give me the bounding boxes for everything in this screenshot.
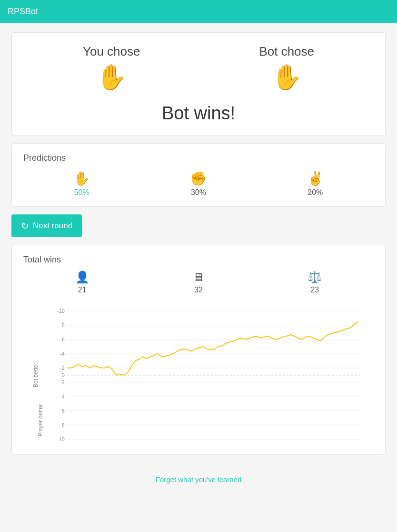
predictions-title: Predictions	[23, 153, 374, 163]
svg-text:10: 10	[59, 436, 65, 442]
win-item-2: ⚖️ 23	[308, 271, 322, 294]
svg-text:-8: -8	[60, 322, 65, 328]
svg-text:6: 6	[62, 408, 65, 414]
computer-icon: 🖥	[193, 271, 204, 284]
result-card: You chose ✋ Bot chose ✋ Bot wins!	[11, 32, 386, 135]
player-choice: You chose ✋	[83, 44, 140, 92]
forget-link[interactable]: Forget what you've learned	[156, 475, 241, 484]
player-icon: 👤	[75, 271, 89, 284]
result-text: Bot wins!	[162, 103, 235, 124]
win-count-1: 32	[194, 286, 203, 294]
choices-row: You chose ✋ Bot chose ✋	[23, 44, 374, 92]
wins-card: Total wins 👤 21 🖥 32 ⚖️ 23 Bot better	[11, 245, 386, 455]
bot-chose-label: Bot chose	[259, 44, 314, 59]
prediction-item-2: ✌️ 20%	[307, 171, 324, 197]
next-round-label: Next round	[33, 221, 72, 231]
svg-text:8: 8	[62, 422, 65, 428]
chart-svg: -10 -8 -6 -4 -2 0 2 4 6 8 10	[48, 304, 370, 446]
prediction-pct-0: 50%	[74, 188, 89, 197]
bot-choice-emoji: ✋	[271, 63, 302, 92]
chart-container: Bot better	[23, 304, 374, 446]
win-item-1: 🖥 32	[193, 271, 204, 294]
wins-row: 👤 21 🖥 32 ⚖️ 23	[23, 271, 374, 294]
main-content: You chose ✋ Bot chose ✋ Bot wins! Predic…	[0, 23, 397, 464]
svg-text:-10: -10	[57, 308, 65, 314]
svg-text:4: 4	[62, 394, 65, 399]
prediction-emoji-0: ✋	[73, 171, 90, 186]
svg-text:-4: -4	[60, 351, 65, 357]
prediction-item-0: ✋ 50%	[73, 171, 90, 197]
prediction-emoji-1: ✊	[190, 171, 207, 186]
app-header: RPSBot	[0, 0, 397, 23]
predictions-row: ✋ 50% ✊ 30% ✌️ 20%	[23, 171, 374, 197]
win-count-0: 21	[78, 286, 87, 294]
win-item-0: 👤 21	[75, 271, 89, 294]
win-count-2: 23	[310, 286, 319, 294]
chart-inner: -10 -8 -6 -4 -2 0 2 4 6 8 10	[48, 304, 370, 446]
next-round-button[interactable]: ↻ Next round	[11, 214, 82, 237]
svg-text:-2: -2	[60, 365, 65, 371]
y-label-bot-better: Bot better	[32, 363, 39, 387]
footer: Forget what you've learned	[0, 468, 397, 492]
prediction-pct-2: 20%	[308, 188, 323, 197]
prediction-item-1: ✊ 30%	[190, 171, 207, 197]
refresh-icon: ↻	[21, 220, 29, 232]
svg-text:2: 2	[62, 379, 65, 385]
y-label-player-better: Player better	[37, 404, 44, 436]
app-title: RPSBot	[8, 7, 38, 17]
balance-icon: ⚖️	[308, 271, 322, 284]
prediction-pct-1: 30%	[191, 188, 206, 197]
svg-text:-6: -6	[60, 337, 65, 342]
svg-text:0: 0	[62, 372, 65, 378]
wins-title: Total wins	[23, 255, 374, 265]
predictions-card: Predictions ✋ 50% ✊ 30% ✌️ 20%	[11, 143, 386, 207]
prediction-emoji-2: ✌️	[307, 171, 324, 186]
bot-choice: Bot chose ✋	[259, 44, 314, 92]
player-choice-emoji: ✋	[96, 63, 127, 92]
you-chose-label: You chose	[83, 44, 140, 59]
